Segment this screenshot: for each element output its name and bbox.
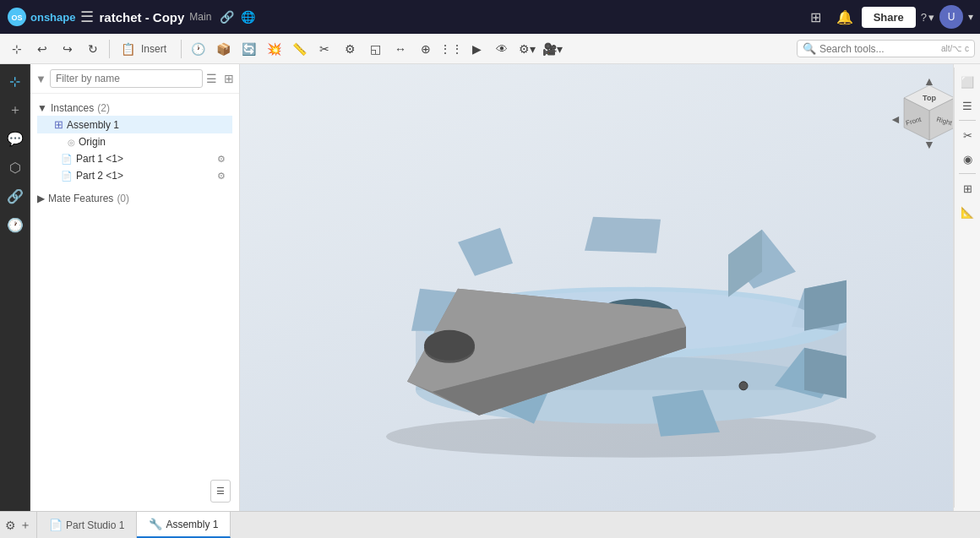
add-to-tree-icon[interactable]: ⊞ <box>224 72 234 85</box>
tab-assembly-icon: 🔧 <box>149 518 162 530</box>
list-view-icon[interactable]: ☰ <box>206 72 217 85</box>
left-panel: ⊹ ＋ 💬 ⬡ 🔗 🕐 <box>0 64 30 511</box>
logo[interactable]: OS onshape <box>7 7 75 27</box>
insert-icon: 📋 <box>121 42 135 56</box>
view-options-icon: ☰ <box>216 486 225 497</box>
svg-marker-15 <box>804 280 847 330</box>
zoom-fit-button[interactable]: ⊞ <box>956 177 978 199</box>
left-panel-parts-icon[interactable]: ⬡ <box>3 155 27 179</box>
top-bar: OS onshape ☰ ratchet - Copy Main 🔗 🌐 ⊞ 🔔… <box>0 0 980 34</box>
view-cube-up-arrow[interactable]: ▲ <box>921 73 938 90</box>
display-button[interactable]: 👁 <box>490 37 514 61</box>
origin-label: Origin <box>79 136 106 148</box>
view-cube-left-arrow[interactable]: ◄ <box>887 111 904 128</box>
view-options-panel[interactable]: ☰ <box>210 480 231 503</box>
bottom-settings-icon[interactable]: ⚙ <box>5 519 16 532</box>
insert-button[interactable]: 📋 Insert <box>114 37 177 61</box>
bottom-bar: ⚙ ＋ 📄 Part Studio 1 🔧 Assembly 1 <box>0 511 980 538</box>
tab-part-studio-icon: 📄 <box>49 519 63 531</box>
settings-button[interactable]: ⚙▾ <box>515 37 539 61</box>
tab-assembly-label: Assembly 1 <box>166 519 218 530</box>
right-toolbar-separator-2 <box>959 173 976 174</box>
clock-button[interactable]: 🕐 <box>186 37 210 61</box>
account-chevron-icon[interactable]: ▾ <box>968 11 973 23</box>
help-button[interactable]: ? ▾ <box>921 11 934 24</box>
display-mode-button[interactable]: ⬜ <box>956 71 978 93</box>
plane-button[interactable]: ◱ <box>363 37 387 61</box>
avatar[interactable]: U <box>939 5 963 29</box>
grid-icon[interactable]: ⊞ <box>804 5 828 29</box>
csys-button[interactable]: ⊕ <box>414 37 438 61</box>
right-toolbar-separator-1 <box>959 120 976 121</box>
viewport[interactable]: ▲ ◄ ► Top Right Front <box>240 64 980 511</box>
mate-features-header[interactable]: ▶ Mate Features (0) <box>37 191 232 206</box>
search-input[interactable] <box>819 43 938 55</box>
rotate-button[interactable]: 🔄 <box>237 37 260 61</box>
tab-part-studio[interactable]: 📄 Part Studio 1 <box>37 512 137 538</box>
tree-filter-row: ▼ ☰ ⊞ <box>30 64 239 94</box>
part-1-suppress-icon[interactable]: ⚙ <box>217 154 226 165</box>
select-tool-button[interactable]: ⊹ <box>5 37 29 61</box>
ratchet-3d-view <box>323 85 897 474</box>
left-panel-mates-icon[interactable]: 🔗 <box>3 184 27 208</box>
explode-button[interactable]: 💥 <box>262 37 286 61</box>
isolate-button[interactable]: ◉ <box>956 148 978 170</box>
part-2-suppress-icon[interactable]: ⚙ <box>217 171 226 182</box>
filter-icon: ▼ <box>35 73 46 85</box>
pattern-button[interactable]: ⋮⋮ <box>439 37 463 61</box>
box-button[interactable]: 📦 <box>211 37 235 61</box>
undo-button[interactable]: ↩ <box>30 37 54 61</box>
onshape-logo-icon: OS <box>7 7 27 27</box>
search-shortcut: alt/⌥ c <box>941 44 969 53</box>
measure-rt-button[interactable]: 📐 <box>956 201 978 223</box>
measure-button[interactable]: 📏 <box>287 37 311 61</box>
help-label: ? <box>921 11 927 24</box>
instances-label: Instances <box>51 102 94 114</box>
svg-text:OS: OS <box>11 14 22 22</box>
link-icon[interactable]: 🔗 <box>220 10 234 24</box>
mate-features-count: (0) <box>117 193 129 204</box>
svg-point-25 <box>739 381 748 389</box>
named-views-button[interactable]: 🎥▾ <box>541 37 564 61</box>
instances-count: (2) <box>97 102 110 114</box>
render-mode-button[interactable]: ☰ <box>956 95 978 117</box>
left-panel-add-icon[interactable]: ＋ <box>3 98 27 122</box>
share-button[interactable]: Share <box>862 7 916 28</box>
origin-icon: ◎ <box>68 138 75 147</box>
tab-list: 📄 Part Studio 1 🔧 Assembly 1 <box>37 512 231 538</box>
left-panel-history-icon[interactable]: 🕐 <box>3 213 27 236</box>
tab-assembly-1[interactable]: 🔧 Assembly 1 <box>137 512 231 538</box>
mate-features-label: Mate Features <box>48 193 113 204</box>
part-1-item[interactable]: 📄 Part 1 <1> ⚙ <box>37 150 232 167</box>
assembly-1-label: Assembly 1 <box>67 119 119 131</box>
origin-item[interactable]: ◎ Origin <box>37 133 232 150</box>
animate-button[interactable]: ▶ <box>465 37 488 61</box>
refresh-button[interactable]: ↻ <box>81 37 105 61</box>
globe-icon[interactable]: 🌐 <box>241 10 255 24</box>
part-2-icon: 📄 <box>61 171 73 182</box>
toolbar-separator-1 <box>109 40 110 58</box>
part-1-label: Part 1 <1> <box>76 153 123 165</box>
section-view-rt-button[interactable]: ✂ <box>956 124 978 146</box>
svg-marker-13 <box>585 216 661 253</box>
axis-button[interactable]: ↔ <box>389 37 412 61</box>
tree-bottom-panel: ☰ <box>30 460 239 511</box>
filter-input[interactable] <box>50 69 203 88</box>
tree-panel: ▼ ☰ ⊞ ▼ Instances (2) ⊞ Assembly 1 <box>30 64 240 511</box>
left-panel-comment-icon[interactable]: 💬 <box>3 127 27 150</box>
menu-icon[interactable]: ☰ <box>80 8 94 26</box>
instances-header[interactable]: ▼ Instances (2) <box>37 101 232 116</box>
mate-button[interactable]: ⚙ <box>338 37 362 61</box>
toolbar-separator-2 <box>181 40 182 58</box>
insert-label: Insert <box>138 43 170 55</box>
section-view-button[interactable]: ✂ <box>313 37 336 61</box>
part-2-item[interactable]: 📄 Part 2 <1> ⚙ <box>37 167 232 184</box>
bottom-add-icon[interactable]: ＋ <box>19 518 31 533</box>
right-display-toolbar: ⬜ ☰ ✂ ◉ ⊞ 📐 <box>953 64 980 511</box>
notification-icon[interactable]: 🔔 <box>833 5 857 29</box>
assembly-1-item[interactable]: ⊞ Assembly 1 <box>37 116 232 133</box>
redo-button[interactable]: ↪ <box>56 37 79 61</box>
mate-features-chevron-icon: ▶ <box>37 193 45 204</box>
tree-content: ▼ Instances (2) ⊞ Assembly 1 ◎ Origin 📄 <box>30 94 239 460</box>
left-panel-cursor-icon[interactable]: ⊹ <box>3 69 27 93</box>
